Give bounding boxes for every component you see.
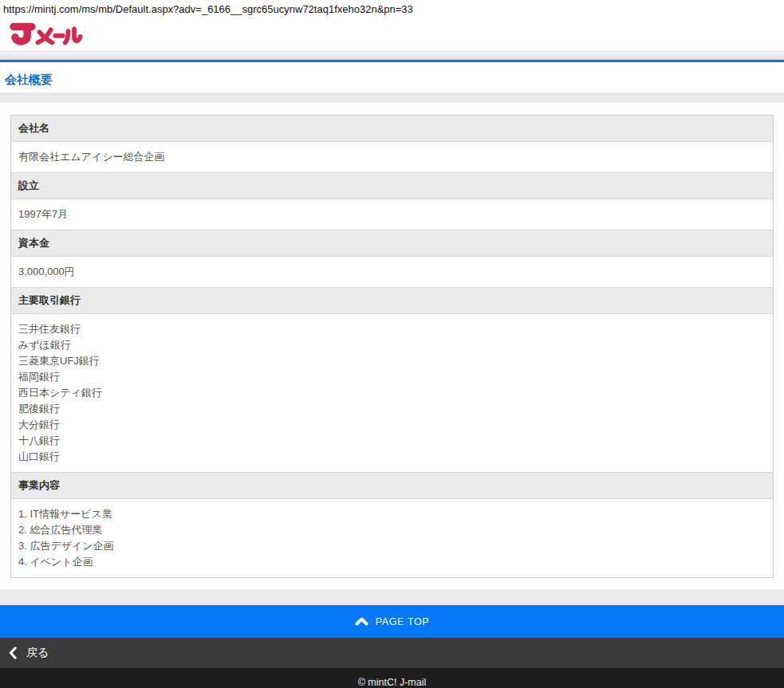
url-text: https://mintj.com/ms/mb/Default.aspx?adv… xyxy=(0,0,784,18)
table-value-row: 有限会社エムアイシー総合企画 xyxy=(11,142,774,173)
section-divider-bottom xyxy=(0,589,784,605)
row-value: 1997年7月 xyxy=(11,199,774,230)
page-top-label: PAGE TOP xyxy=(376,616,429,627)
row-label: 資本金 xyxy=(11,230,774,257)
chevron-up-icon xyxy=(355,617,368,626)
table-header-row: 会社名 xyxy=(11,116,774,142)
table-value-row: 1997年7月 xyxy=(11,199,774,230)
row-value: 有限会社エムアイシー総合企画 xyxy=(11,142,774,173)
chevron-left-icon xyxy=(9,647,17,659)
page: https://mintj.com/ms/mb/Default.aspx?adv… xyxy=(0,0,784,688)
site-header: Jメール xyxy=(0,18,784,51)
table-header-row: 主要取引銀行 xyxy=(11,288,774,314)
logo-text: Jメール xyxy=(83,19,84,20)
jmail-logo[interactable]: Jメール xyxy=(6,19,83,49)
row-label: 主要取引銀行 xyxy=(11,288,774,314)
copyright: © mintC! J-mail xyxy=(358,677,427,688)
table-header-row: 事業内容 xyxy=(11,473,774,499)
table-value-row: 1. IT情報サービス業2. 総合広告代理業3. 広告デザイン企画4. イベント… xyxy=(11,499,774,578)
page-top-button[interactable]: PAGE TOP xyxy=(0,605,784,638)
row-label: 事業内容 xyxy=(11,473,774,499)
row-label: 設立 xyxy=(11,173,774,199)
row-value: 1. IT情報サービス業2. 総合広告代理業3. 広告デザイン企画4. イベント… xyxy=(11,499,774,578)
header-strip xyxy=(0,51,784,60)
table-header-row: 資本金 xyxy=(11,230,774,257)
table-value-row: 3,000,000円 xyxy=(11,257,774,288)
company-info-table: 会社名有限会社エムアイシー総合企画設立1997年7月資本金3,000,000円主… xyxy=(10,115,774,578)
row-value: 3,000,000円 xyxy=(11,257,774,288)
jmail-logo-icon xyxy=(6,19,83,49)
row-label: 会社名 xyxy=(11,116,774,142)
table-value-row: 三井住友銀行みずほ銀行三菱東京UFJ銀行福岡銀行西日本シティ銀行肥後銀行大分銀行… xyxy=(11,314,774,473)
back-button[interactable]: 戻る xyxy=(0,638,784,668)
table-header-row: 設立 xyxy=(11,173,774,199)
row-value: 三井住友銀行みずほ銀行三菱東京UFJ銀行福岡銀行西日本シティ銀行肥後銀行大分銀行… xyxy=(11,314,774,473)
page-title: 会社概要 xyxy=(0,62,784,92)
back-label: 戻る xyxy=(26,646,49,660)
section-divider-top xyxy=(0,92,784,103)
site-footer: © mintC! J-mail xyxy=(0,668,784,688)
